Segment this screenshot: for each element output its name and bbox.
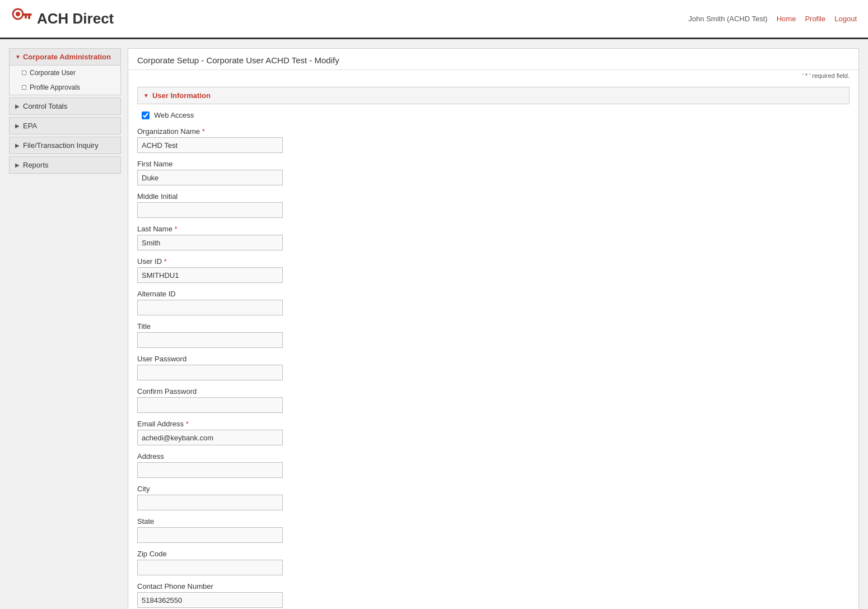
city-label: City (137, 485, 850, 493)
zip-code-field: Zip Code (137, 550, 850, 575)
svg-rect-2 (22, 13, 32, 16)
state-label: State (137, 517, 850, 526)
address-input[interactable] (137, 462, 283, 478)
last-name-label: Last Name * (137, 225, 850, 233)
svg-rect-3 (28, 16, 30, 19)
expand-arrow-icon: ▶ (15, 142, 20, 148)
org-name-label: Organization Name * (137, 127, 850, 136)
user-password-label: User Password (137, 355, 850, 363)
email-address-input[interactable] (137, 430, 283, 445)
key-icon (11, 6, 32, 31)
alternate-id-input[interactable] (137, 300, 283, 315)
sidebar-control-totals[interactable]: ▶ Control Totals (9, 97, 121, 115)
middle-initial-input[interactable] (137, 202, 283, 218)
header: ACH Direct John Smith (ACHD Test) Home P… (0, 0, 868, 39)
required-star: * (186, 420, 189, 428)
required-star: * (202, 127, 205, 136)
section-collapse-arrow-icon: ▼ (143, 92, 149, 99)
main-layout: ▼ Corporate Administration Corporate Use… (0, 39, 868, 609)
svg-rect-4 (25, 16, 27, 18)
expand-arrow-icon: ▶ (15, 103, 20, 109)
file-transaction-label: File/Transaction Inquiry (23, 141, 99, 150)
contact-phone-input[interactable] (137, 592, 283, 608)
user-password-field: User Password (137, 355, 850, 380)
page-title: Corporate Setup - Corporate User ACHD Te… (137, 55, 339, 65)
user-name: John Smith (ACHD Test) (688, 15, 767, 23)
svg-point-1 (16, 12, 20, 16)
first-name-field: First Name (137, 160, 850, 185)
title-field: Title (137, 322, 850, 348)
contact-phone-label: Contact Phone Number (137, 582, 850, 591)
user-id-field: User ID * (137, 257, 850, 283)
user-info-section-label: User Information (152, 91, 211, 100)
state-input[interactable] (137, 527, 283, 543)
user-info-section-header[interactable]: ▼ User Information (137, 87, 850, 104)
sidebar-item-profile-approvals[interactable]: Profile Approvals (10, 80, 120, 95)
email-address-label: Email Address * (137, 420, 850, 428)
user-id-input[interactable] (137, 267, 283, 283)
address-field: Address (137, 452, 850, 478)
expand-arrow-icon: ▶ (15, 123, 20, 129)
alternate-id-label: Alternate ID (137, 290, 850, 298)
required-note: ' * ' required field. (128, 70, 858, 81)
profile-approvals-label: Profile Approvals (30, 83, 80, 91)
org-name-input[interactable] (137, 137, 283, 153)
header-nav: John Smith (ACHD Test) Home Profile Logo… (688, 15, 857, 23)
confirm-password-input[interactable] (137, 397, 283, 413)
sidebar: ▼ Corporate Administration Corporate Use… (9, 48, 121, 609)
profile-link[interactable]: Profile (805, 15, 825, 23)
middle-initial-field: Middle Initial (137, 192, 850, 218)
confirm-password-label: Confirm Password (137, 387, 850, 396)
sidebar-item-corporate-user[interactable]: Corporate User (10, 66, 120, 80)
corporate-admin-sub-items: Corporate User Profile Approvals (9, 66, 121, 95)
state-field: State (137, 517, 850, 543)
expand-arrow-icon: ▶ (15, 162, 20, 168)
form-area: ▼ User Information Web Access Organizati… (128, 81, 858, 609)
email-address-field: Email Address * (137, 420, 850, 445)
city-input[interactable] (137, 495, 283, 510)
logo-area: ACH Direct (11, 6, 114, 31)
logout-link[interactable]: Logout (834, 15, 857, 23)
page-header-bar: Corporate Setup - Corporate User ACHD Te… (128, 49, 858, 70)
main-content: Corporate Setup - Corporate User ACHD Te… (128, 48, 859, 609)
control-totals-label: Control Totals (23, 102, 67, 110)
sidebar-corporate-admin-header[interactable]: ▼ Corporate Administration (9, 48, 121, 66)
required-star: * (164, 257, 167, 266)
contact-phone-field: Contact Phone Number (137, 582, 850, 608)
dot-icon (22, 71, 26, 75)
first-name-label: First Name (137, 160, 850, 168)
corporate-admin-label: Corporate Administration (23, 53, 111, 61)
corporate-user-label: Corporate User (30, 69, 76, 77)
title-input[interactable] (137, 332, 283, 348)
user-password-input[interactable] (137, 365, 283, 380)
home-link[interactable]: Home (777, 15, 796, 23)
middle-initial-label: Middle Initial (137, 192, 850, 201)
zip-code-label: Zip Code (137, 550, 850, 558)
org-name-field: Organization Name * (137, 127, 850, 153)
sidebar-reports[interactable]: ▶ Reports (9, 156, 121, 174)
app-title: ACH Direct (37, 10, 114, 27)
sidebar-file-transaction[interactable]: ▶ File/Transaction Inquiry (9, 137, 121, 154)
alternate-id-field: Alternate ID (137, 290, 850, 315)
web-access-row: Web Access (137, 111, 850, 119)
last-name-field: Last Name * (137, 225, 850, 250)
required-star: * (175, 225, 178, 233)
first-name-input[interactable] (137, 170, 283, 185)
zip-code-input[interactable] (137, 560, 283, 575)
epa-label: EPA (23, 122, 37, 130)
address-label: Address (137, 452, 850, 461)
sidebar-epa[interactable]: ▶ EPA (9, 117, 121, 134)
collapse-arrow-icon: ▼ (15, 54, 21, 60)
web-access-label: Web Access (154, 111, 194, 119)
city-field: City (137, 485, 850, 510)
reports-label: Reports (23, 161, 49, 169)
confirm-password-field: Confirm Password (137, 387, 850, 413)
dot-icon (22, 85, 26, 90)
user-id-label: User ID * (137, 257, 850, 266)
last-name-input[interactable] (137, 235, 283, 250)
web-access-checkbox[interactable] (142, 111, 150, 119)
title-label: Title (137, 322, 850, 331)
